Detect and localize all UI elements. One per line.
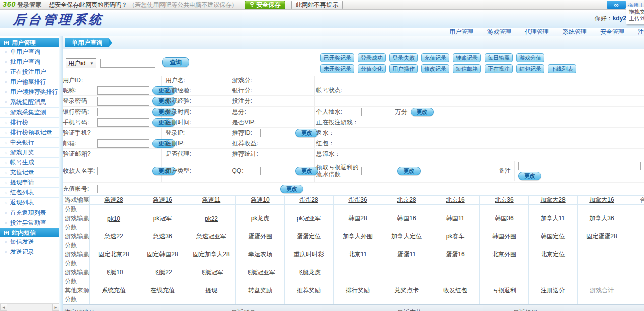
game-link[interactable]: 加拿大定位 (391, 233, 422, 240)
game-link[interactable]: 北京外围 (492, 251, 516, 258)
sidebar-item-account-generation[interactable]: ○帐号生成 (0, 158, 59, 168)
sidebar-item-leaderboard[interactable]: ○排行榜 (0, 118, 59, 128)
source-link[interactable]: 转盘奖励 (248, 287, 272, 294)
game-link[interactable]: pk冠亚军 (297, 215, 321, 222)
quick-button-betting-now[interactable]: 正在投注 (485, 64, 513, 73)
sidebar-item-referral-reward-rank[interactable]: ○用户领推荐奖排行 (0, 87, 59, 97)
game-link[interactable]: 北京36 (495, 196, 513, 203)
nav-item-security-mgmt[interactable]: 安全管理 (600, 28, 624, 36)
source-link[interactable]: 收发红包 (443, 287, 467, 294)
search-input[interactable] (100, 59, 155, 68)
phone-input[interactable] (97, 118, 149, 127)
game-link[interactable]: 北京11 (349, 251, 367, 258)
source-link[interactable]: 提现 (205, 287, 217, 294)
sidebar-item-recharge-records[interactable]: ○充值记录 (0, 168, 59, 178)
change-button[interactable]: 更改 (295, 129, 318, 137)
frame-divider[interactable] (59, 36, 63, 311)
game-link[interactable]: 蛋蛋定位 (297, 233, 321, 240)
game-link[interactable]: 韩国11 (446, 215, 464, 222)
source-link[interactable]: 排行奖励 (346, 287, 370, 294)
game-link[interactable]: 飞艇22 (153, 269, 172, 276)
source-link[interactable]: 在线充值 (150, 287, 175, 294)
sidebar-item-send-records[interactable]: ○发送记录 (0, 247, 59, 257)
game-link[interactable]: 北京16 (446, 196, 464, 203)
nav-item-game-mgmt[interactable]: 游戏管理 (487, 28, 511, 36)
game-link[interactable]: 重庆时时彩 (294, 251, 324, 258)
change-button[interactable]: 更改 (411, 108, 434, 116)
dismiss-button[interactable]: 此网站不再提示 (291, 1, 343, 9)
game-link[interactable]: 飞艇冠亚军 (245, 269, 275, 276)
user-id-select[interactable]: 用户id ▼ (66, 58, 96, 68)
quick-button-sms-mailbox[interactable]: 短信邮箱 (453, 64, 481, 73)
dropdown-item-drag-file[interactable]: 拖拽文件 (629, 9, 644, 15)
sidebar-item-game-collection-monitor[interactable]: ○游戏采集监测 (0, 108, 59, 118)
game-link[interactable]: 加拿大36 (589, 215, 614, 222)
sidebar-item-first-recharge-cashback[interactable]: ○首充返现列表 (0, 208, 59, 218)
nav-item-user-mgmt[interactable]: 用户管理 (449, 28, 473, 36)
game-link[interactable]: 急速22 (104, 233, 123, 240)
source-link[interactable]: 系统充值 (102, 287, 126, 294)
game-link[interactable]: pk冠军 (153, 215, 172, 222)
game-link[interactable]: 固定蛋蛋28 (586, 233, 617, 240)
payee-name-input[interactable] (97, 167, 149, 175)
quick-button-modify-records[interactable]: 修改记录 (421, 64, 449, 73)
quick-button-transfer-records[interactable]: 转账记录 (453, 53, 481, 62)
recharge-account-input[interactable] (97, 185, 277, 193)
game-link[interactable]: 急速11 (202, 196, 220, 203)
sidebar-item-cashback-list[interactable]: ○返现列表 (0, 198, 59, 208)
source-link[interactable]: 注册送分 (541, 287, 565, 294)
sidebar-horizontal-scrollbar[interactable]: ◄ ► (0, 303, 59, 311)
source-link[interactable]: 亏损返利 (492, 287, 516, 294)
quick-button-recharge-records[interactable]: 充值记录 (421, 53, 449, 62)
quick-button-login-success[interactable]: 登录成功 (358, 53, 386, 62)
game-link[interactable]: 韩国28 (348, 215, 367, 222)
scroll-left-icon[interactable]: ◄ (0, 304, 7, 311)
game-link[interactable]: 固定加拿大28 (193, 251, 229, 258)
quick-button-redpacket-records[interactable]: 红包记录 (516, 64, 544, 73)
game-link[interactable]: pk龙虎 (251, 215, 270, 222)
game-link[interactable]: 蛋蛋28 (299, 196, 318, 203)
sidebar-section-user-mgmt[interactable]: + 用户管理 (0, 38, 59, 47)
game-link[interactable]: 飞艇冠军 (199, 269, 223, 276)
personal-rake-input[interactable] (361, 108, 392, 116)
safe-save-button[interactable]: 安全保存 (245, 1, 285, 9)
sidebar-item-single-user-query[interactable]: ○单用户查询 (0, 47, 59, 57)
bank-password-input[interactable] (97, 108, 149, 116)
game-link[interactable]: 飞艇10 (104, 269, 123, 276)
game-link[interactable]: 韩国定位 (541, 233, 565, 240)
game-link[interactable]: pk赛车 (446, 233, 465, 240)
game-link[interactable]: pk10 (107, 215, 120, 222)
nav-item-logout[interactable]: 注销 (638, 28, 644, 36)
quick-button-score-changes[interactable]: 分值变化 (358, 64, 386, 73)
game-link[interactable]: 急速28 (104, 196, 123, 203)
remark-input[interactable] (518, 162, 641, 170)
change-button[interactable]: 更改 (295, 167, 318, 175)
quick-button-undrawn-records[interactable]: 未开奖记录 (320, 64, 354, 73)
sidebar-item-leaderboard-claims[interactable]: ○排行榜领取记录 (0, 128, 59, 138)
sidebar-item-system-reminders[interactable]: ○系统提醒消息 (0, 97, 59, 108)
game-link[interactable]: 蛋蛋16 (446, 251, 464, 258)
change-button[interactable]: 更改 (518, 172, 541, 180)
source-link[interactable]: 兑奖点卡 (394, 287, 419, 294)
quick-button-login-fail[interactable]: 登录失败 (389, 53, 418, 62)
source-link[interactable]: 推荐奖励 (297, 287, 321, 294)
sidebar-item-red-packet-list[interactable]: ○红包列表 (0, 188, 59, 198)
change-button[interactable]: 更改 (280, 185, 303, 193)
qq-input[interactable] (260, 167, 292, 175)
game-link[interactable]: 飞艇龙虎 (297, 269, 321, 276)
game-link[interactable]: 韩国16 (397, 215, 416, 222)
nickname-input[interactable] (97, 86, 149, 95)
game-link[interactable]: 加拿大外围 (343, 233, 373, 240)
game-link[interactable]: pk22 (205, 215, 218, 222)
game-link[interactable]: 北京28 (397, 196, 416, 203)
sidebar-section-site-sms[interactable]: + 站内短信 (0, 228, 59, 237)
game-link[interactable]: 北京定位 (541, 251, 565, 258)
email-input[interactable] (97, 139, 149, 148)
nav-item-system-mgmt[interactable]: 系统管理 (562, 28, 587, 36)
game-link[interactable]: 急速冠亚军 (196, 233, 226, 240)
sidebar-item-betting-users[interactable]: ○正在投注用户 (0, 67, 59, 77)
quick-button-user-operations[interactable]: 用户操作 (389, 64, 418, 73)
game-link[interactable]: 蛋蛋11 (397, 251, 416, 258)
sidebar-item-central-bank[interactable]: ○中央银行 (0, 138, 59, 148)
game-link[interactable]: 加拿大28 (540, 196, 565, 203)
